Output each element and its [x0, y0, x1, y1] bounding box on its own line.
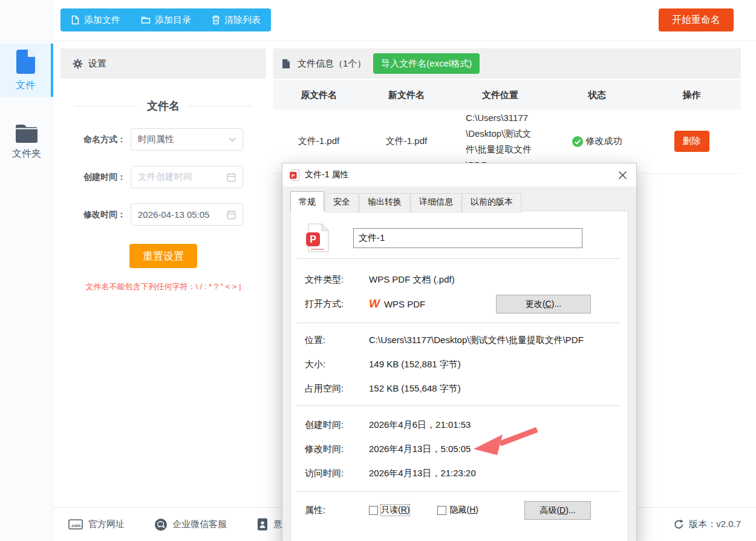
naming-method-label: 命名方式：: [76, 134, 126, 145]
modify-time-input[interactable]: 2026-04-13 05:05: [131, 203, 243, 226]
calendar-icon: [227, 172, 236, 182]
close-icon[interactable]: [610, 165, 634, 185]
add-directory-button[interactable]: 添加目录: [131, 8, 201, 31]
create-time-input[interactable]: 文件创建时间: [131, 166, 243, 188]
filename-section-title: 文件名: [75, 99, 252, 113]
cell-new-name: 文件-1.pdf: [364, 136, 449, 147]
open-with-value: WPS PDF: [384, 299, 425, 309]
file-type-row: 文件类型: WPS PDF 文档 (.pdf): [305, 270, 621, 289]
sidebar: 文件 文件夹: [0, 0, 53, 541]
add-file-icon: [71, 15, 80, 25]
table-header: 原文件名 新文件名 文件位置 状态 操作: [273, 80, 741, 110]
readonly-checkbox[interactable]: 只读(R): [369, 505, 409, 516]
svg-text:P: P: [292, 172, 295, 178]
pdf-file-icon-small: P: [290, 169, 299, 181]
created-row: 创建时间: 2026年4月6日，21:01:53: [305, 416, 621, 434]
add-file-button[interactable]: 添加文件: [60, 8, 131, 31]
modified-value: 2026年4月13日，5:05:05: [369, 444, 471, 455]
file-icon: [15, 49, 36, 74]
cell-status: 修改成功: [552, 136, 642, 147]
divider: [189, 106, 252, 107]
file-info-panel: 文件信息（1个） 导入文件名(excel格式) 原文件名 新文件名 文件位置 状…: [273, 48, 741, 174]
create-time-placeholder: 文件创建时间: [138, 171, 227, 183]
official-site-link[interactable]: .com 官方网址: [68, 519, 125, 530]
annotation-arrow: [469, 424, 541, 457]
version-text: 版本：v2.0.7: [689, 519, 741, 530]
column-action: 操作: [642, 90, 741, 101]
divider: [297, 491, 621, 492]
modify-time-row: 修改时间： 2026-04-13 05:05: [76, 203, 266, 226]
settings-header-label: 设置: [88, 58, 106, 70]
success-check-icon: [572, 136, 583, 147]
file-info-title: 文件信息（1个）: [298, 58, 366, 70]
modify-time-value: 2026-04-13 05:05: [138, 209, 227, 220]
import-filenames-button[interactable]: 导入文件名(excel格式): [373, 53, 480, 74]
sidebar-item-folder-label: 文件夹: [12, 148, 41, 160]
change-app-button[interactable]: 更改(C)...: [496, 295, 591, 313]
sidebar-item-file[interactable]: 文件: [0, 44, 53, 97]
gear-icon: [73, 59, 83, 69]
tab-general[interactable]: 常规: [290, 191, 324, 211]
naming-method-select[interactable]: 时间属性: [131, 128, 243, 151]
reset-settings-button[interactable]: 重置设置: [129, 244, 197, 268]
chat-icon: [155, 519, 167, 531]
accessed-value: 2026年4月13日，21:23:20: [369, 468, 476, 479]
advanced-button[interactable]: 高级(D)...: [524, 501, 591, 520]
wps-logo-icon: W: [369, 297, 379, 310]
hidden-checkbox[interactable]: 隐藏(H): [437, 505, 478, 516]
start-rename-button[interactable]: 开始重命名: [659, 8, 734, 31]
svg-text:P: P: [310, 234, 316, 244]
file-name-row: P: [305, 223, 621, 252]
accessed-row: 访问时间: 2026年4月13日，21:23:20: [305, 464, 621, 482]
size-on-disk-value: 152 KB (155,648 字节): [369, 383, 461, 395]
folder-icon: [15, 123, 39, 143]
column-status: 状态: [552, 90, 642, 101]
size-label: 大小:: [305, 359, 369, 370]
file-info-header: 文件信息（1个） 导入文件名(excel格式): [273, 48, 741, 79]
attributes-label: 属性:: [305, 505, 369, 516]
naming-method-row: 命名方式： 时间属性: [76, 128, 266, 151]
pdf-file-icon-large: P: [305, 223, 329, 252]
settings-panel: 设置 文件名 命名方式： 时间属性 创建时间： 文件创建时间: [60, 48, 266, 507]
clear-list-button[interactable]: 清除列表: [201, 8, 271, 31]
wechat-support-link[interactable]: 企业微信客服: [155, 519, 227, 531]
status-text: 修改成功: [586, 136, 622, 147]
top-toolbar: 添加文件 添加目录 清除列表 开始重命名: [53, 0, 756, 41]
tab-previous-versions[interactable]: 以前的版本: [462, 193, 521, 213]
modified-row: 修改时间: 2026年4月13日，5:05:05: [305, 440, 621, 458]
sidebar-item-file-label: 文件: [16, 79, 35, 92]
created-label: 创建时间:: [305, 419, 369, 431]
dialog-title: 文件-1 属性: [305, 169, 348, 180]
location-label: 位置:: [305, 335, 369, 346]
tab-output-convert[interactable]: 输出转换: [359, 193, 410, 213]
version-info: 版本：v2.0.7: [674, 519, 741, 530]
svg-text:.com: .com: [71, 523, 80, 528]
naming-method-value: 时间属性: [138, 134, 229, 145]
create-time-row: 创建时间： 文件创建时间: [76, 166, 266, 188]
size-on-disk-row: 占用空间: 152 KB (155,648 字节): [305, 379, 621, 398]
calendar-icon: [227, 210, 236, 220]
modified-label: 修改时间:: [305, 444, 369, 455]
sidebar-item-folder[interactable]: 文件夹: [0, 114, 53, 169]
file-name-input[interactable]: [353, 228, 582, 248]
dialog-titlebar[interactable]: P 文件-1 属性: [282, 163, 636, 186]
column-path: 文件位置: [449, 90, 552, 101]
tab-security[interactable]: 安全: [325, 193, 359, 213]
divider: [75, 106, 138, 107]
location-value: C:\Users\31177\Desktop\测试文件\批量提取文件\PDF: [369, 335, 584, 346]
delete-button[interactable]: 删除: [674, 131, 709, 152]
divider: [297, 258, 621, 259]
checkbox-box[interactable]: [437, 506, 446, 515]
add-directory-icon: [141, 16, 151, 24]
refresh-icon[interactable]: [674, 519, 684, 530]
document-icon: [282, 59, 290, 69]
location-row: 位置: C:\Users\31177\Desktop\测试文件\批量提取文件\P…: [305, 331, 621, 349]
com-icon: .com: [68, 519, 83, 530]
divider: [297, 405, 621, 406]
chevron-down-icon: [229, 137, 236, 142]
accessed-label: 访问时间:: [305, 468, 369, 479]
trash-icon: [212, 15, 220, 25]
dialog-general-page: P 文件类型: WPS PDF 文档 (.pdf) 打开方式: W WPS PD…: [290, 211, 628, 541]
tab-details[interactable]: 详细信息: [411, 193, 461, 213]
checkbox-box[interactable]: [369, 506, 378, 515]
